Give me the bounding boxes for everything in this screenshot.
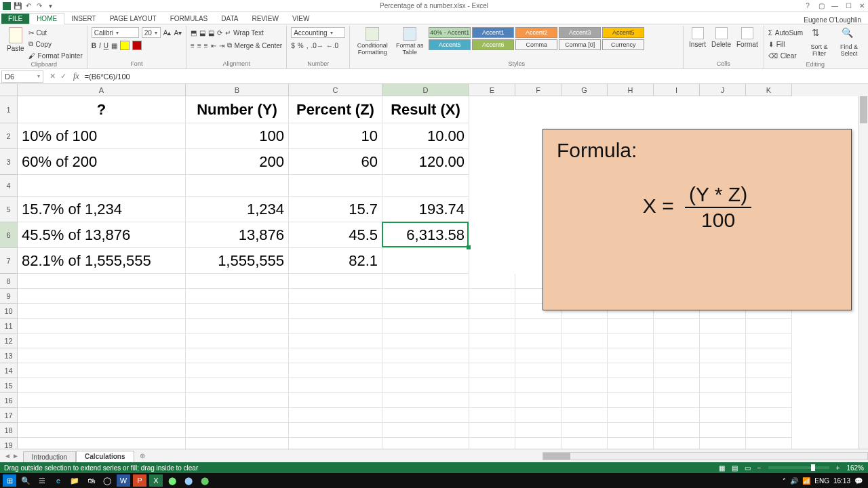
align-center-icon[interactable]: ≡ [197, 42, 201, 49]
cell[interactable] [186, 319, 289, 333]
tray-network-icon[interactable]: 📶 [802, 477, 810, 485]
cell[interactable] [289, 289, 382, 304]
horizontal-scrollbar[interactable] [542, 452, 868, 460]
cell[interactable] [18, 363, 186, 378]
cell[interactable] [469, 333, 515, 348]
cell[interactable] [515, 363, 561, 378]
conditional-formatting-button[interactable]: Conditional Formatting [354, 27, 391, 56]
style-swatch[interactable]: Accent3 [559, 27, 601, 38]
increase-decimal-icon[interactable]: .0→ [311, 42, 323, 49]
cell[interactable] [469, 363, 515, 378]
cell[interactable] [561, 333, 608, 348]
tab-home[interactable]: HOME [29, 13, 64, 24]
sheet-nav-next-icon[interactable]: ► [12, 452, 19, 460]
cell[interactable] [186, 393, 289, 408]
excel-taskbar-icon[interactable]: X [149, 474, 163, 487]
cell[interactable] [18, 438, 186, 449]
cell[interactable] [608, 423, 654, 438]
cell[interactable]: 120.00 [382, 149, 469, 175]
tray-volume-icon[interactable]: 🔊 [790, 477, 798, 485]
cell[interactable] [382, 304, 469, 319]
cell[interactable] [700, 408, 746, 423]
minimize-icon[interactable]: — [830, 2, 840, 9]
cell[interactable]: 45.5 [289, 222, 382, 248]
cell[interactable] [382, 333, 469, 348]
tab-formulas[interactable]: FORMULAS [163, 14, 215, 24]
cell[interactable]: 200 [186, 149, 289, 175]
edge-icon[interactable]: e [52, 474, 65, 487]
column-header[interactable]: C [289, 84, 382, 96]
cell[interactable] [289, 304, 382, 319]
row-header[interactable]: 13 [0, 348, 18, 363]
row-header[interactable]: 7 [0, 248, 18, 274]
cell[interactable] [186, 333, 289, 348]
cell[interactable] [561, 438, 608, 449]
row-header[interactable]: 18 [0, 423, 18, 438]
cell[interactable] [186, 438, 289, 449]
cell[interactable] [186, 304, 289, 319]
cell[interactable] [289, 378, 382, 393]
add-sheet-button[interactable]: ⊕ [134, 452, 151, 460]
select-all-corner[interactable] [0, 84, 18, 96]
cell[interactable] [289, 333, 382, 348]
cell[interactable] [608, 438, 654, 449]
view-page-break-icon[interactable]: ▭ [745, 464, 751, 472]
cell[interactable]: 15.7% of 1,234 [18, 197, 186, 222]
cell[interactable]: 82.1 [289, 248, 382, 274]
cell[interactable] [18, 289, 186, 304]
cell[interactable] [186, 348, 289, 363]
cell[interactable] [469, 438, 515, 449]
insert-cells-button[interactable]: Insert [688, 27, 707, 48]
formula-input[interactable] [82, 73, 868, 81]
view-normal-icon[interactable]: ▦ [719, 464, 725, 472]
ribbon-options-icon[interactable]: ▢ [816, 2, 826, 9]
cell[interactable] [18, 348, 186, 363]
style-swatch[interactable]: 40% - Accent1 [429, 27, 471, 38]
fx-icon[interactable]: fx [71, 71, 82, 81]
cell[interactable] [515, 423, 561, 438]
column-header[interactable]: B [186, 84, 289, 96]
task-view-icon[interactable]: ☰ [35, 474, 49, 487]
cell[interactable] [382, 408, 469, 423]
enter-formula-icon[interactable]: ✓ [58, 72, 68, 81]
zoom-in-icon[interactable]: + [836, 464, 840, 472]
align-bottom-icon[interactable]: ⬓ [208, 29, 214, 37]
cell[interactable]: 10 [289, 123, 382, 149]
row-header[interactable]: 11 [0, 319, 18, 333]
cell[interactable] [186, 423, 289, 438]
cell[interactable] [382, 423, 469, 438]
qat-dropdown-icon[interactable]: ▾ [46, 2, 54, 10]
cell[interactable] [654, 378, 700, 393]
number-format-select[interactable]: Accounting [291, 27, 345, 38]
worksheet[interactable]: ABCDEFGHIJK 1234567891011121314151617181… [0, 84, 868, 449]
cancel-formula-icon[interactable]: ✕ [47, 72, 57, 81]
decrease-font-icon[interactable]: A▾ [174, 29, 182, 37]
cell[interactable] [654, 348, 700, 363]
row-header[interactable]: 19 [0, 438, 18, 449]
decrease-indent-icon[interactable]: ⇤ [211, 42, 216, 49]
cell[interactable] [746, 319, 792, 333]
cell[interactable] [700, 363, 746, 378]
style-swatch[interactable]: Comma [515, 39, 557, 50]
clear-button[interactable]: ⌫Clear [768, 50, 803, 61]
cell[interactable] [382, 248, 469, 274]
column-header[interactable]: D [382, 84, 469, 96]
cell[interactable] [561, 319, 608, 333]
cell[interactable] [382, 378, 469, 393]
style-swatch[interactable]: Accent2 [515, 27, 557, 38]
column-header[interactable]: G [561, 84, 608, 96]
cell[interactable] [18, 393, 186, 408]
wrap-text-button[interactable]: ↵Wrap Text [225, 27, 264, 38]
search-icon[interactable]: 🔍 [19, 474, 33, 487]
align-right-icon[interactable]: ≡ [204, 42, 208, 49]
cell[interactable]: Result (X) [382, 96, 469, 123]
account-name[interactable]: Eugene O'Loughlin [804, 16, 861, 24]
cell[interactable] [654, 393, 700, 408]
cell[interactable] [382, 393, 469, 408]
cell[interactable]: Number (Y) [186, 96, 289, 123]
cell[interactable] [469, 348, 515, 363]
format-as-table-button[interactable]: Format as Table [393, 27, 426, 56]
cell[interactable] [561, 378, 608, 393]
row-header[interactable]: 15 [0, 378, 18, 393]
app-icon[interactable]: ⬤ [182, 474, 195, 487]
